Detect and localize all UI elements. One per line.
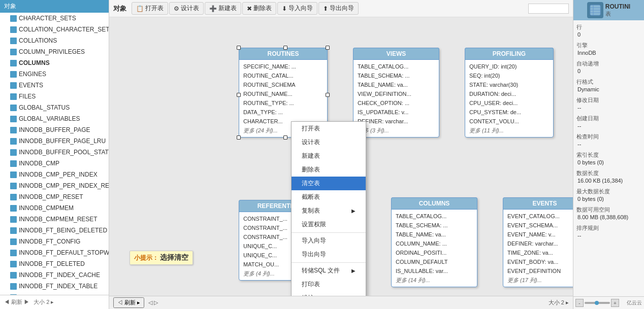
sidebar-item-label: INNODB_BUFFER_PAGE_LRU: [19, 136, 106, 146]
er-table-events: EVENTS EVENT_CATALOG... EVENT_SCHEMA... …: [503, 197, 573, 287]
table-row: TABLE_CATALOG...: [392, 212, 477, 221]
table-icon: [10, 216, 17, 223]
table-row-more: 更多 (14 列)...: [392, 276, 477, 285]
sidebar-item-label: COLUMN_PRIVILEGES: [19, 47, 85, 56]
ctx-design-table[interactable]: 设计表: [292, 135, 366, 149]
ctx-dump-sql[interactable]: 转储SQL 文件 ▶: [292, 264, 366, 278]
sidebar-item-innodb-ft-index-cache[interactable]: INNODB_FT_INDEX_CACHE: [0, 269, 109, 281]
table-row: EVENT_SCHEMA...: [503, 221, 573, 230]
sidebar-item-innodb-cmp-reset[interactable]: INNODB_CMP_RESET: [0, 191, 109, 202]
rp-field-label: 行格式: [576, 78, 641, 86]
yiyun-logo: 亿云云: [627, 299, 642, 306]
tooltip-hint-label: 小提示：: [134, 254, 158, 261]
table-icon: [10, 105, 17, 111]
open-table-button[interactable]: 📋 打开表: [132, 2, 168, 15]
sidebar-item-innodb-ft-default-stopwc[interactable]: INNODB_FT_DEFAULT_STOPWC: [0, 247, 109, 258]
ctx-open-table[interactable]: 打开表: [292, 122, 366, 135]
design-table-button[interactable]: ⚙ 设计表: [169, 2, 204, 15]
ctx-copy-table[interactable]: 复制表 ▶: [292, 204, 366, 218]
table-icon: [10, 238, 17, 245]
export-wizard-button[interactable]: ⬆ 导出向导: [318, 2, 359, 15]
ctx-import-wizard[interactable]: 导入向导: [292, 234, 366, 248]
rp-field-label: 数据长度: [576, 169, 641, 177]
sidebar-list[interactable]: CHARACTER_SETSCOLLATION_CHARACTER_SET_..…: [0, 13, 109, 295]
sidebar-item-innodb-cmpmem-reset[interactable]: INNODB_CMPMEM_RESET: [0, 214, 109, 225]
er-table-columns: COLUMNS TABLE_CATALOG... TABLE_SCHEMA: .…: [391, 197, 477, 287]
table-row: SPECIFIC_NAME: ...: [239, 62, 327, 71]
ctx-export-wizard[interactable]: 导出向导: [292, 248, 366, 261]
table-row: EVENT_DEFINITION: [503, 266, 573, 276]
sidebar-item-label: INNODB_CMPMEM: [19, 203, 74, 213]
sidebar-item-innodb-buffer-page[interactable]: INNODB_BUFFER_PAGE: [0, 124, 109, 135]
sidebar-item-innodb-cmp[interactable]: INNODB_CMP: [0, 158, 109, 169]
routines-icon: [587, 2, 603, 18]
sidebar-item-columns[interactable]: COLUMNS: [0, 57, 109, 68]
status-bar: ◁ 刷新 ▸ ◁ ▷ 大小 2 ▸: [109, 296, 573, 309]
size-status: 大小 2 ▸: [549, 299, 569, 306]
ctx-new-table[interactable]: 新建表: [292, 149, 366, 163]
table-row: TABLE_SCHEMA: ...: [353, 71, 439, 80]
sidebar-item-files[interactable]: FILES: [0, 91, 109, 102]
sidebar-item-innodb-buffer-pool-stats[interactable]: INNODB_BUFFER_POOL_STATS: [0, 147, 109, 158]
er-table-events-header: EVENTS: [503, 197, 573, 210]
ctx-delete-table[interactable]: 删除表: [292, 163, 366, 177]
right-panel-subtitle: 表: [605, 10, 630, 18]
sidebar-item-label: GLOBAL_STATUS: [19, 103, 70, 112]
ctx-set-permissions[interactable]: 设置权限: [292, 218, 366, 231]
rp-field-修改日期: 修改日期--: [576, 96, 641, 111]
delete-table-button[interactable]: ✖ 删除表: [242, 2, 276, 15]
sidebar-item-innodb-cmpmem[interactable]: INNODB_CMPMEM: [0, 202, 109, 214]
sidebar-item-innodb-ft-index-table[interactable]: INNODB_FT_INDEX_TABLE: [0, 281, 109, 292]
table-row: VIEW_DEFINITION...: [353, 89, 439, 98]
new-table-button[interactable]: ➕ 新建表: [205, 2, 241, 15]
sidebar-item-collation-character-set----[interactable]: COLLATION_CHARACTER_SET_...: [0, 24, 109, 35]
ctx-print-table[interactable]: 打印表: [292, 278, 366, 291]
zoom-minus-button[interactable]: -: [575, 299, 584, 307]
sidebar-item-innodb-ft-deleted[interactable]: INNODB_FT_DELETED: [0, 258, 109, 269]
table-icon: [10, 60, 17, 66]
zoom-plus-button[interactable]: +: [611, 299, 619, 307]
canvas-area[interactable]: ROUTINES SPECIFIC_NAME: ... ROUTINE_CATA…: [109, 17, 573, 296]
sidebar-item-label: INNODB_FT_INDEX_TABLE: [19, 282, 98, 291]
refresh-button[interactable]: ◁ 刷新 ▸: [113, 297, 144, 308]
sidebar-item-label: FILES: [19, 92, 36, 101]
sidebar-item-collations[interactable]: COLLATIONS: [0, 35, 109, 46]
table-icon: [10, 250, 17, 256]
table-row: CHECK_OPTION: ...: [353, 98, 439, 108]
table-row: DEFINER: varchar...: [503, 239, 573, 248]
sidebar-item-label: INNODB_FT_DEFAULT_STOPWC: [19, 248, 109, 257]
zoom-slider[interactable]: [585, 302, 610, 304]
table-icon: [10, 272, 17, 279]
ctx-cut-table[interactable]: 截断表: [292, 190, 366, 204]
sidebar-item-engines[interactable]: ENGINES: [0, 68, 109, 80]
table-icon: [10, 82, 17, 89]
rp-field-value: 0 bytes (0): [576, 159, 641, 165]
refresh-label[interactable]: ◀ 刷新 ▶: [2, 297, 31, 307]
ctx-truncate-table[interactable]: 清空表: [292, 177, 366, 190]
sidebar-item-innodb-cmp-per-index-rese[interactable]: INNODB_CMP_PER_INDEX_RESE: [0, 180, 109, 191]
rp-field-value: --: [576, 232, 641, 238]
table-row: CPU_SYSTEM: de...: [465, 108, 553, 117]
rp-field-索引长度: 索引长度0 bytes (0): [576, 151, 641, 165]
rp-field-label: 修改日期: [576, 96, 641, 104]
sidebar-item-innodb-buffer-page-lru[interactable]: INNODB_BUFFER_PAGE_LRU: [0, 135, 109, 147]
sidebar-item-character-sets[interactable]: CHARACTER_SETS: [0, 13, 109, 24]
import-wizard-button[interactable]: ⬇ 导入向导: [277, 2, 317, 15]
sidebar-item-label: INNODB_FT_CONFIG: [19, 237, 80, 246]
table-row-more: 更多 (11 列)...: [465, 126, 553, 135]
size-label: 大小 2 ▸: [34, 298, 54, 306]
search-input[interactable]: [528, 4, 569, 14]
ctx-maintain[interactable]: 维护 ▶: [292, 291, 366, 296]
sidebar-item-innodb-ft-config[interactable]: INNODB_FT_CONFIG: [0, 236, 109, 247]
sidebar-item-column-privileges[interactable]: COLUMN_PRIVILEGES: [0, 46, 109, 57]
sidebar-item-innodb-ft-being-deleted[interactable]: INNODB_FT_BEING_DELETED: [0, 225, 109, 236]
sidebar-item-global-status[interactable]: GLOBAL_STATUS: [0, 102, 109, 113]
open-icon: 📋: [136, 5, 144, 12]
table-row: ROUTINE_TYPE: ...: [239, 98, 327, 108]
sidebar-item-events[interactable]: EVENTS: [0, 80, 109, 91]
table-row: ORDINAL_POSITI...: [392, 248, 477, 257]
table-icon: [10, 160, 17, 167]
sidebar-item-global-variables[interactable]: GLOBAL_VARIABLES: [0, 113, 109, 124]
sidebar-item-innodb-cmp-per-index[interactable]: INNODB_CMP_PER_INDEX: [0, 169, 109, 180]
rp-field-value: --: [576, 123, 641, 129]
